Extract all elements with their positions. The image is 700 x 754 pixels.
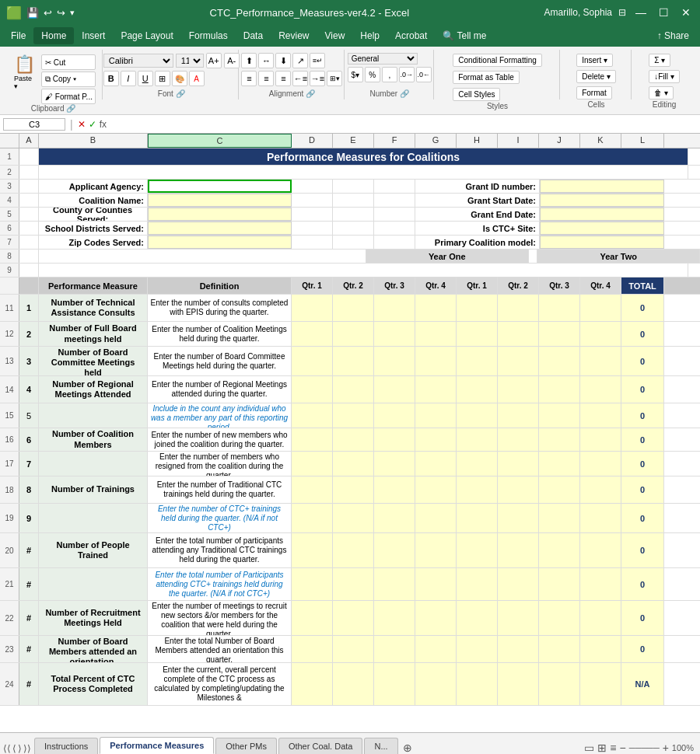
- cell-i24[interactable]: [498, 663, 539, 705]
- cell-j19[interactable]: [539, 504, 580, 532]
- menu-review[interactable]: Review: [271, 27, 317, 44]
- cell-i16[interactable]: [498, 428, 539, 451]
- cell-f20[interactable]: [374, 533, 415, 567]
- align-right-btn[interactable]: ≡: [275, 71, 291, 86]
- cell-g15[interactable]: [415, 403, 457, 428]
- cell-e14[interactable]: [333, 376, 374, 403]
- cell-d6[interactable]: [292, 222, 333, 235]
- font-name-select[interactable]: Calibri: [103, 54, 173, 68]
- cell-f17[interactable]: [374, 452, 415, 476]
- cell-j12[interactable]: [539, 322, 580, 346]
- cell-f15[interactable]: [374, 403, 415, 428]
- cell-f24[interactable]: [374, 663, 415, 705]
- cell-d7[interactable]: [292, 236, 333, 249]
- cell-e22[interactable]: [333, 601, 374, 635]
- cell-b8[interactable]: [39, 250, 366, 263]
- insert-function-icon[interactable]: fx: [100, 119, 107, 130]
- cell-a3[interactable]: [19, 180, 39, 193]
- cell-g19[interactable]: [415, 504, 457, 532]
- tab-prev-btn[interactable]: ⟨: [12, 743, 16, 754]
- maximize-icon[interactable]: ☐: [656, 6, 672, 19]
- tab-add-btn[interactable]: ⊕: [400, 742, 415, 754]
- cell-k16[interactable]: [580, 428, 621, 451]
- name-box[interactable]: [3, 118, 65, 131]
- cell-d20[interactable]: [292, 533, 333, 567]
- zoom-out-btn[interactable]: −: [620, 742, 626, 754]
- number-format-select[interactable]: General: [348, 53, 418, 65]
- cell-k4-input[interactable]: [540, 194, 664, 207]
- align-bottom-btn[interactable]: ⬇: [275, 53, 291, 68]
- cell-k23[interactable]: [580, 636, 621, 662]
- align-top-btn[interactable]: ⬆: [241, 53, 257, 68]
- tab-other-pms[interactable]: Other PMs: [215, 738, 277, 754]
- layout-icon[interactable]: ⊟: [618, 7, 626, 18]
- cell-k7-input[interactable]: [540, 236, 664, 249]
- cell-d13[interactable]: [292, 347, 333, 375]
- cell-f3[interactable]: [374, 180, 415, 193]
- cell-e15[interactable]: [333, 403, 374, 428]
- currency-btn[interactable]: $▾: [348, 67, 363, 82]
- cell-d21[interactable]: [292, 568, 333, 600]
- cell-h21[interactable]: [457, 568, 498, 600]
- cell-d4[interactable]: [292, 194, 333, 207]
- tab-other-coal-data[interactable]: Other Coal. Data: [278, 738, 363, 754]
- cell-d14[interactable]: [292, 376, 333, 403]
- align-center-btn[interactable]: ≡: [258, 71, 274, 86]
- cell-i13[interactable]: [498, 347, 539, 375]
- cell-e3[interactable]: [333, 180, 374, 193]
- cell-c5-input[interactable]: [148, 208, 292, 221]
- formula-input[interactable]: [110, 119, 697, 130]
- align-middle-btn[interactable]: ↔: [258, 53, 274, 68]
- menu-acrobat[interactable]: Acrobat: [387, 27, 435, 44]
- cell-j11[interactable]: [539, 295, 580, 321]
- cell-g22[interactable]: [415, 601, 457, 635]
- cell-j21[interactable]: [539, 568, 580, 600]
- menu-view[interactable]: View: [317, 27, 353, 44]
- tab-more[interactable]: N...: [364, 738, 397, 754]
- cell-d17[interactable]: [292, 452, 333, 476]
- normal-view-btn[interactable]: ▭: [584, 742, 594, 754]
- cell-d15[interactable]: [292, 403, 333, 428]
- page-layout-btn[interactable]: ⊞: [597, 742, 607, 754]
- cell-f19[interactable]: [374, 504, 415, 532]
- border-btn[interactable]: ⊞: [155, 71, 170, 86]
- cell-h14[interactable]: [457, 376, 498, 403]
- cell-e16[interactable]: [333, 428, 374, 451]
- cell-k6-input[interactable]: [540, 222, 664, 235]
- cell-f14[interactable]: [374, 376, 415, 403]
- cell-i17[interactable]: [498, 452, 539, 476]
- cell-i11[interactable]: [498, 295, 539, 321]
- cell-j16[interactable]: [539, 428, 580, 451]
- format-as-table-btn[interactable]: Format as Table: [453, 71, 520, 84]
- cell-e19[interactable]: [333, 504, 374, 532]
- cell-f5[interactable]: [374, 208, 415, 221]
- cell-a6[interactable]: [19, 222, 39, 235]
- cell-h20[interactable]: [457, 533, 498, 567]
- cell-f6[interactable]: [374, 222, 415, 235]
- cell-j18[interactable]: [539, 476, 580, 503]
- insert-btn[interactable]: Insert ▾: [576, 54, 613, 67]
- cell-e21[interactable]: [333, 568, 374, 600]
- cell-f16[interactable]: [374, 428, 415, 451]
- cell-k17[interactable]: [580, 452, 621, 476]
- cell-i22[interactable]: [498, 601, 539, 635]
- conditional-formatting-btn[interactable]: Conditional Formatting: [453, 54, 542, 67]
- cell-f4[interactable]: [374, 194, 415, 207]
- cell-d3[interactable]: [292, 180, 333, 193]
- cell-k12[interactable]: [580, 322, 621, 346]
- cell-e17[interactable]: [333, 452, 374, 476]
- cell-a2[interactable]: [19, 166, 39, 179]
- cell-d23[interactable]: [292, 636, 333, 662]
- cell-h24[interactable]: [457, 663, 498, 705]
- cell-a5[interactable]: [19, 208, 39, 221]
- cell-a9[interactable]: [19, 264, 39, 277]
- undo-icon[interactable]: ↩: [44, 7, 52, 19]
- cell-i23[interactable]: [498, 636, 539, 662]
- comma-btn[interactable]: ,: [382, 67, 397, 82]
- cell-e20[interactable]: [333, 533, 374, 567]
- cell-d22[interactable]: [292, 601, 333, 635]
- cell-f22[interactable]: [374, 601, 415, 635]
- cell-e13[interactable]: [333, 347, 374, 375]
- cell-e12[interactable]: [333, 322, 374, 346]
- decrease-font-btn[interactable]: A-: [224, 53, 240, 68]
